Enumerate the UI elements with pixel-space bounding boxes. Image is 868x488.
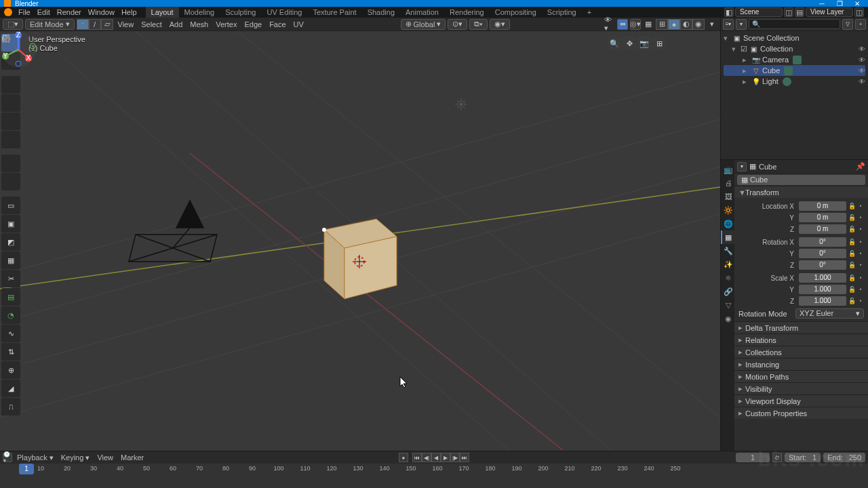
tool-rotate[interactable] <box>1 94 20 112</box>
jump-start-button[interactable]: ⏮ <box>412 453 422 462</box>
view3d-menu-vertex[interactable]: Vertex <box>213 20 239 28</box>
panel-visibility[interactable]: ▸Visibility <box>734 383 868 394</box>
lock-icon[interactable]: 🔓 <box>848 298 855 304</box>
overlays-button[interactable]: ◎▾ <box>630 19 641 30</box>
tab-shading[interactable]: Shading <box>362 7 400 18</box>
tool-loopcut[interactable]: ▦ <box>1 251 20 269</box>
timeline-ruler[interactable]: 1 10203040506070809010011012013014015016… <box>0 464 868 488</box>
lock-icon[interactable]: 🔓 <box>848 214 855 221</box>
outliner-filter-button[interactable]: ▽ <box>842 19 853 30</box>
menu-window[interactable]: Window <box>85 8 118 16</box>
play-reverse-button[interactable]: ◀ <box>431 453 441 462</box>
lock-icon[interactable]: 🔓 <box>848 286 855 293</box>
tab-layout[interactable]: Layout <box>146 7 179 18</box>
solid-shading-button[interactable]: ● <box>668 19 680 30</box>
lock-icon[interactable]: 🔓 <box>848 226 855 232</box>
tab-sculpting[interactable]: Sculpting <box>220 7 261 18</box>
keyframe-next-button[interactable]: |▶ <box>450 453 460 462</box>
tool-transform[interactable] <box>1 131 20 148</box>
view3d-menu-view[interactable]: View <box>115 20 137 28</box>
tool-extrude[interactable]: ▭ <box>1 197 20 214</box>
proptab-constraint[interactable]: 🔗 <box>721 285 734 298</box>
tool-annotate[interactable] <box>1 155 20 172</box>
jump-end-button[interactable]: ⏭ <box>460 453 469 462</box>
tool-rip[interactable]: ⎍ <box>1 398 20 415</box>
current-frame-field[interactable]: 1 <box>736 453 770 462</box>
menu-file[interactable]: File <box>15 8 34 16</box>
proptab-mesh[interactable]: ▽ <box>721 298 734 312</box>
show-gizmo-button[interactable]: ⬌ <box>617 19 628 30</box>
snap-dropdown[interactable]: ⧉▾ <box>469 19 488 30</box>
wireframe-shading-button[interactable]: ⊞ <box>656 19 668 30</box>
tab-rendering[interactable]: Rendering <box>444 7 490 18</box>
menu-help[interactable]: Help <box>118 8 140 16</box>
view3d-viewport[interactable]: User Perspective (1) Cube ▭ ▣ ◩ ▦ <box>0 31 720 451</box>
xray-button[interactable]: ▦ <box>643 19 654 30</box>
viewlayer-new-button[interactable]: ◫ <box>854 7 864 17</box>
proptab-scene[interactable]: 🔆 <box>721 203 734 217</box>
timeline-menu-marker[interactable]: Marker <box>118 453 146 462</box>
edge-select-button[interactable]: / <box>89 19 101 30</box>
view3d-menu-face[interactable]: Face <box>267 20 288 28</box>
mode-dropdown[interactable]: Edit Mode▾ <box>25 19 75 30</box>
outliner-new-collection-button[interactable]: + <box>855 19 866 30</box>
panel-relations[interactable]: ▸Relations <box>734 334 868 346</box>
tab-animation[interactable]: Animation <box>400 7 444 18</box>
blender-icon[interactable] <box>4 8 12 16</box>
timeline-menu-playback[interactable]: Playback ▾ <box>14 453 56 462</box>
tool-move[interactable] <box>1 76 20 94</box>
pan-button[interactable]: ✥ <box>623 37 636 50</box>
propedit-dropdown[interactable]: ◉▾ <box>490 19 510 30</box>
lock-icon[interactable]: 🔓 <box>848 239 855 245</box>
scene-field[interactable]: Scene <box>735 7 783 17</box>
view3d-menu-select[interactable]: Select <box>138 20 165 28</box>
outliner-item-light[interactable]: ▸💡Light👁 <box>724 76 865 87</box>
proptab-particles[interactable]: ✨ <box>721 258 734 271</box>
tab-add[interactable]: + <box>582 7 597 18</box>
rotation-z-field[interactable]: 0° <box>799 260 846 270</box>
vertex-select-button[interactable]: ⋅ <box>77 19 89 30</box>
gizmo-visibility-button[interactable]: 👁▾ <box>604 19 615 30</box>
editor-type-dropdown[interactable]: ⬚▾ <box>3 19 23 30</box>
tool-shrink[interactable]: ⊕ <box>1 361 20 379</box>
rotation-mode-dropdown[interactable]: XYZ Euler▾ <box>795 308 864 319</box>
viewlayer-icon[interactable]: ▤ <box>795 7 804 17</box>
proptab-world[interactable]: 🌐 <box>721 217 734 230</box>
viewlayer-field[interactable]: View Layer <box>806 7 853 17</box>
timeline-menu-view[interactable]: View <box>94 453 116 462</box>
maximize-button[interactable]: ❐ <box>833 0 846 7</box>
proptab-output[interactable]: 🖨 <box>721 176 734 190</box>
proptab-physics[interactable]: ⚛ <box>721 271 734 285</box>
menu-render[interactable]: Render <box>54 8 85 16</box>
panel-custom-properties[interactable]: ▸Custom Properties <box>734 407 868 419</box>
panel-motion-paths[interactable]: ▸Motion Paths <box>734 371 868 382</box>
object-name-field[interactable]: ▦Cube <box>737 175 865 185</box>
proptab-viewlayer[interactable]: 🖼 <box>721 190 734 203</box>
panel-viewport-display[interactable]: ▸Viewport Display <box>734 395 868 407</box>
tool-smooth[interactable]: ∿ <box>1 325 20 342</box>
visibility-icon[interactable]: 👁 <box>859 78 865 85</box>
tool-edgeslide[interactable]: ⇅ <box>1 343 20 361</box>
rotation-x-field[interactable]: 0° <box>799 237 846 247</box>
panel-instancing[interactable]: ▸Instancing <box>734 359 868 370</box>
panel-delta-transform[interactable]: ▸Delta Transform <box>734 322 868 333</box>
tool-polybuild[interactable]: ▤ <box>1 288 20 306</box>
location-z-field[interactable]: 0 m <box>799 224 846 234</box>
location-x-field[interactable]: 0 m <box>799 201 846 211</box>
shading-options-button[interactable]: ▾ <box>707 19 717 30</box>
playhead[interactable]: 1 <box>19 464 34 474</box>
tool-bevel[interactable]: ◩ <box>1 233 20 251</box>
persp-ortho-button[interactable]: ⊞ <box>652 37 666 50</box>
visibility-icon[interactable]: 👁 <box>859 45 865 53</box>
tool-spin[interactable]: ◔ <box>1 306 20 324</box>
outliner-item-cube[interactable]: ▸▽Cube👁 <box>724 65 865 76</box>
tool-shear[interactable]: ◢ <box>1 380 20 397</box>
autokey-button[interactable]: ● <box>399 453 408 462</box>
timeline-editor-dropdown[interactable]: 🕐▾ <box>3 453 12 462</box>
camera-view-button[interactable]: 📷 <box>637 37 651 50</box>
outliner-editor-dropdown[interactable]: ≡▾ <box>723 19 734 30</box>
orientation-dropdown[interactable]: ⊕ Global ▾ <box>401 19 446 30</box>
tab-uvediting[interactable]: UV Editing <box>261 7 307 18</box>
zoom-button[interactable]: 🔍 <box>608 37 621 50</box>
lock-icon[interactable]: 🔓 <box>848 203 855 209</box>
